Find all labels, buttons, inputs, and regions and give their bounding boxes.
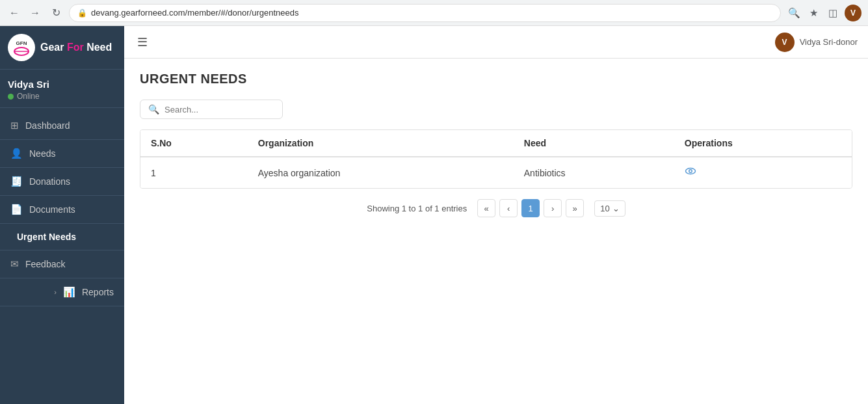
- svg-text:GFN: GFN: [16, 40, 27, 46]
- logo-name: Gear For Need: [40, 42, 112, 53]
- cell-sno: 1: [140, 157, 248, 188]
- dashboard-icon: ⊞: [10, 120, 19, 131]
- extensions-button[interactable]: ◫: [825, 5, 841, 21]
- back-button[interactable]: ←: [7, 5, 22, 21]
- search-lens-button[interactable]: 🔍: [786, 5, 802, 21]
- pagination-row: Showing 1 to 1 of 1 entries « ‹ 1 › » 10…: [140, 189, 852, 222]
- sidebar-item-label: Donations: [29, 176, 70, 187]
- address-bar[interactable]: 🔒 devang.gearforneed.com/member/#/donor/…: [69, 4, 781, 22]
- needs-icon: 👤: [10, 148, 23, 159]
- pagination-info: Showing 1 to 1 of 1 entries: [367, 204, 467, 213]
- next-page-button[interactable]: ›: [544, 199, 562, 217]
- table-wrapper: S.No Organization Need Operations 1 Ayes…: [140, 129, 852, 189]
- cell-operations: [674, 157, 852, 188]
- svg-point-5: [689, 170, 692, 173]
- feedback-icon: ✉: [10, 258, 19, 270]
- search-bar-wrapper: 🔍: [140, 100, 852, 119]
- sidebar-item-urgent-needs[interactable]: Urgent Needs: [0, 224, 124, 250]
- top-bar-username: Vidya Sri-donor: [800, 37, 858, 47]
- page-content: URGENT NEEDS 🔍 S.No Organization Need: [124, 59, 868, 404]
- col-operations: Operations: [674, 130, 852, 157]
- table-header-row: S.No Organization Need Operations: [140, 130, 852, 157]
- sidebar-item-needs[interactable]: 👤 Needs: [0, 140, 124, 168]
- sidebar-nav: ⊞ Dashboard 👤 Needs 🧾 Donations 📄 Docume…: [0, 108, 124, 404]
- browser-icons: 🔍 ★ ◫ V: [786, 5, 861, 21]
- lock-icon: 🔒: [77, 8, 87, 18]
- hamburger-button[interactable]: ☰: [135, 33, 150, 52]
- sidebar-item-label: Needs: [29, 148, 55, 159]
- documents-icon: 📄: [10, 204, 23, 215]
- search-input[interactable]: [164, 105, 274, 114]
- bookmark-button[interactable]: ★: [806, 5, 821, 21]
- svg-point-4: [685, 168, 695, 174]
- url-text: devang.gearforneed.com/member/#/donor/ur…: [91, 8, 298, 18]
- per-page-select[interactable]: 10 ⌄: [594, 200, 625, 217]
- top-bar: ☰ V Vidya Sri-donor: [124, 26, 868, 59]
- browser-chrome: ← → ↻ 🔒 devang.gearforneed.com/member/#/…: [0, 0, 868, 26]
- sidebar-item-label: Feedback: [25, 259, 65, 269]
- sidebar-item-donations[interactable]: 🧾 Donations: [0, 168, 124, 196]
- view-button[interactable]: [685, 165, 696, 180]
- status-dot: [8, 94, 14, 100]
- per-page-value: 10: [600, 204, 609, 213]
- donations-icon: 🧾: [10, 176, 23, 187]
- chevron-down-icon: ⌄: [612, 204, 620, 213]
- reload-button[interactable]: ↻: [48, 5, 64, 21]
- sidebar-item-dashboard[interactable]: ⊞ Dashboard: [0, 112, 124, 140]
- user-name: Vidya Sri: [8, 79, 116, 90]
- app-container: GFN Gear For Need Vidya Sri Online ⊞ D: [0, 26, 868, 404]
- logo-circle: GFN: [8, 34, 35, 61]
- search-icon: 🔍: [148, 104, 159, 114]
- top-bar-avatar: V: [775, 33, 795, 52]
- cell-need: Antibiotics: [514, 157, 674, 188]
- page-1-button[interactable]: 1: [521, 199, 540, 217]
- last-page-button[interactable]: »: [566, 199, 584, 217]
- sidebar-item-label: Documents: [29, 204, 75, 215]
- expand-icon: ›: [54, 288, 57, 296]
- sidebar-item-label: Dashboard: [25, 120, 70, 131]
- table-row: 1 Ayesha organization Antibiotics: [140, 157, 852, 188]
- sidebar-item-documents[interactable]: 📄 Documents: [0, 196, 124, 224]
- forward-button[interactable]: →: [27, 5, 43, 21]
- search-input-container: 🔍: [140, 100, 283, 119]
- sidebar: GFN Gear For Need Vidya Sri Online ⊞ D: [0, 26, 124, 404]
- page-title: URGENT NEEDS: [140, 72, 852, 87]
- sidebar-item-label: Urgent Needs: [17, 232, 76, 242]
- col-need: Need: [514, 130, 674, 157]
- chrome-user-avatar[interactable]: V: [845, 5, 861, 21]
- sidebar-item-label: Reports: [82, 287, 114, 297]
- sidebar-logo: GFN Gear For Need: [0, 26, 124, 70]
- col-sno: S.No: [140, 130, 248, 157]
- sidebar-item-feedback[interactable]: ✉ Feedback: [0, 250, 124, 278]
- col-organization: Organization: [248, 130, 514, 157]
- user-section: Vidya Sri Online: [0, 70, 124, 108]
- cell-organization: Ayesha organization: [248, 157, 514, 188]
- urgent-needs-table: S.No Organization Need Operations 1 Ayes…: [140, 130, 852, 188]
- sidebar-item-reports[interactable]: › 📊 Reports: [0, 278, 124, 306]
- first-page-button[interactable]: «: [477, 199, 495, 217]
- user-status: Online: [8, 92, 116, 101]
- reports-icon: 📊: [63, 286, 75, 298]
- top-bar-user: V Vidya Sri-donor: [775, 33, 858, 52]
- main-area: ☰ V Vidya Sri-donor URGENT NEEDS 🔍: [124, 26, 868, 404]
- prev-page-button[interactable]: ‹: [499, 199, 518, 217]
